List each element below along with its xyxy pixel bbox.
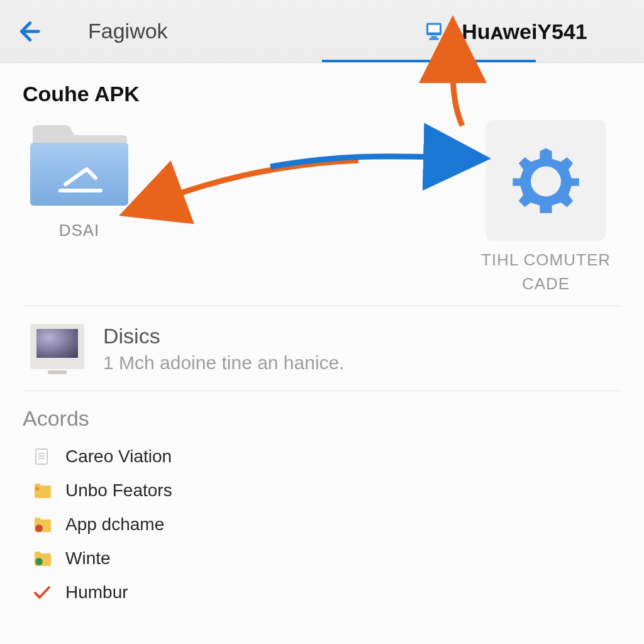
folder-dsai[interactable]: DSAI	[23, 120, 136, 240]
list-item-label: Humbur	[65, 582, 128, 602]
check-icon	[33, 582, 52, 603]
folder-star-icon	[33, 480, 52, 501]
disics-title: Disics	[103, 324, 345, 348]
svg-point-18	[35, 558, 43, 565]
list-item-label: Careo Viation	[65, 447, 172, 467]
back-button[interactable]	[11, 15, 44, 48]
active-tab-indicator	[322, 60, 536, 62]
content-area: Couhe APK	[0, 82, 644, 609]
tab-left-label: Fagiwok	[88, 19, 168, 43]
settings-caption: TIHL COMUTER CADE	[477, 248, 615, 296]
svg-point-17	[35, 525, 43, 532]
settings-tile-block[interactable]: TIHL COMUTER CADE	[477, 120, 615, 296]
disics-texts: Disics 1 Mch adoine tine an hanice.	[103, 324, 345, 374]
list-item-label: Unbo Feators	[65, 480, 172, 501]
svg-rect-4	[430, 38, 439, 40]
svg-rect-3	[431, 36, 437, 38]
list-item[interactable]: Careo Viation	[23, 440, 621, 474]
folder-red-icon	[33, 514, 52, 535]
svg-rect-2	[428, 25, 440, 32]
tab-right-label: HuᴀweiY541	[462, 19, 587, 44]
acords-list: Careo Viation Unbo Feators App dchame Wi…	[23, 440, 621, 609]
list-item[interactable]: Winte	[23, 541, 621, 575]
list-item-label: Winte	[65, 548, 111, 569]
tab-huawei[interactable]: HuᴀweiY541	[366, 0, 644, 62]
document-icon	[33, 446, 52, 467]
top-row: DSAI TIHL COMUTER CADE	[23, 120, 621, 306]
disics-row[interactable]: Disics 1 Mch adoine tine an hanice.	[23, 306, 621, 391]
settings-tile	[486, 120, 606, 240]
svg-rect-12	[36, 449, 47, 464]
svg-rect-11	[48, 370, 67, 374]
list-item[interactable]: Humbur	[23, 575, 621, 609]
folder-label: DSAI	[59, 221, 100, 240]
page-title: Couhe APK	[23, 82, 621, 106]
folder-globe-icon	[33, 548, 52, 569]
tab-fagiwok[interactable]: Fagiwok	[44, 0, 366, 62]
acords-heading: Acords	[23, 406, 621, 431]
monitor-icon	[29, 320, 86, 377]
gear-icon	[508, 142, 584, 218]
folder-icon	[29, 120, 130, 208]
svg-point-7	[531, 166, 561, 196]
disics-subtitle: 1 Mch adoine tine an hanice.	[103, 352, 345, 374]
list-item[interactable]: Unbo Feators	[23, 474, 621, 508]
header-bar: Fagiwok HuᴀweiY541	[0, 0, 644, 63]
svg-rect-10	[36, 329, 78, 358]
computer-icon	[423, 20, 445, 43]
list-item[interactable]: App dchame	[23, 508, 621, 541]
list-item-label: App dchame	[65, 514, 164, 535]
